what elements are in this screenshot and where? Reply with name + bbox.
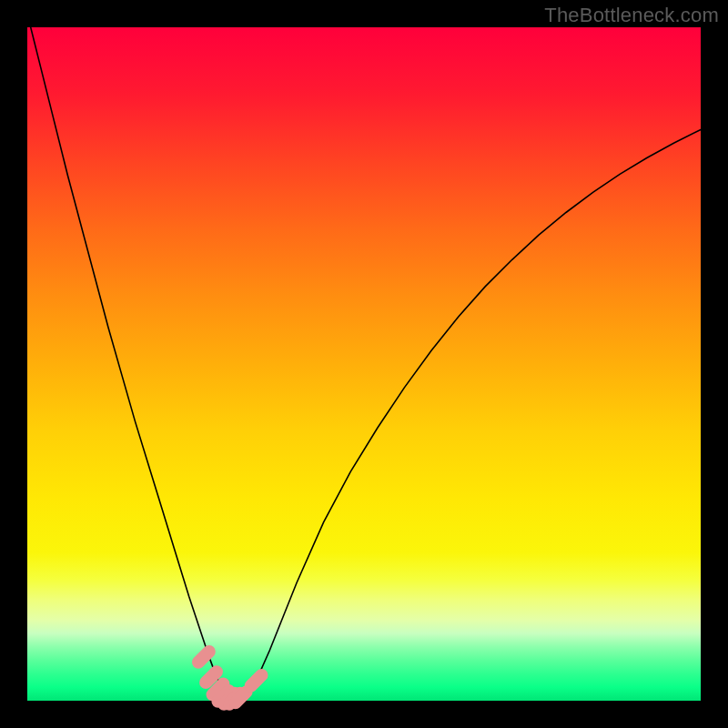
plot-svg xyxy=(27,27,701,701)
curve-marker xyxy=(236,692,247,703)
watermark-text: TheBottleneck.com xyxy=(544,4,719,27)
chart-frame: TheBottleneck.com xyxy=(0,0,728,728)
bottleneck-plot xyxy=(27,27,701,701)
curve-marker xyxy=(198,652,209,662)
marker-group xyxy=(198,652,262,704)
curve-marker xyxy=(251,675,262,686)
bottleneck-curve xyxy=(27,14,701,699)
curve-marker xyxy=(206,672,217,682)
